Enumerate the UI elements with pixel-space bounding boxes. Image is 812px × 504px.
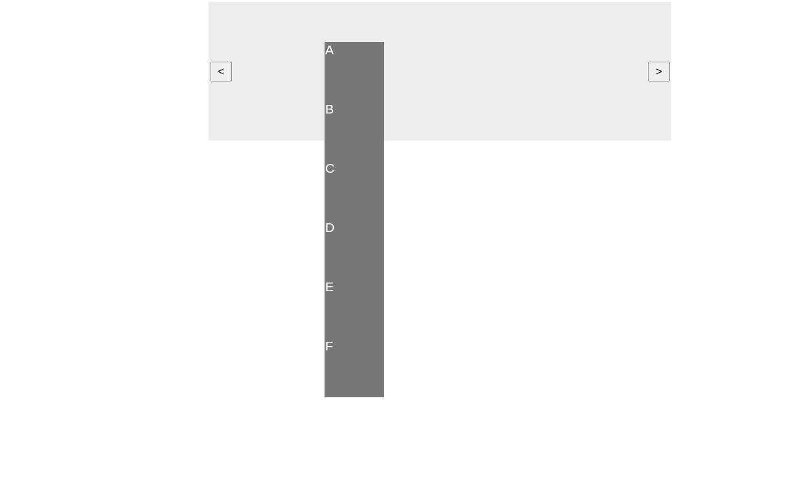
carousel-container: < > A B C D E F bbox=[209, 2, 671, 141]
prev-button[interactable]: < bbox=[210, 62, 232, 81]
carousel-item[interactable]: C bbox=[325, 160, 384, 220]
items-column: A B C D E F bbox=[325, 42, 384, 397]
carousel-item[interactable]: A bbox=[325, 42, 384, 101]
carousel-item[interactable]: E bbox=[325, 279, 384, 338]
carousel-item[interactable]: F bbox=[325, 338, 384, 397]
carousel-item[interactable]: B bbox=[325, 101, 384, 160]
carousel-item[interactable]: D bbox=[325, 220, 384, 279]
next-button[interactable]: > bbox=[648, 62, 670, 81]
